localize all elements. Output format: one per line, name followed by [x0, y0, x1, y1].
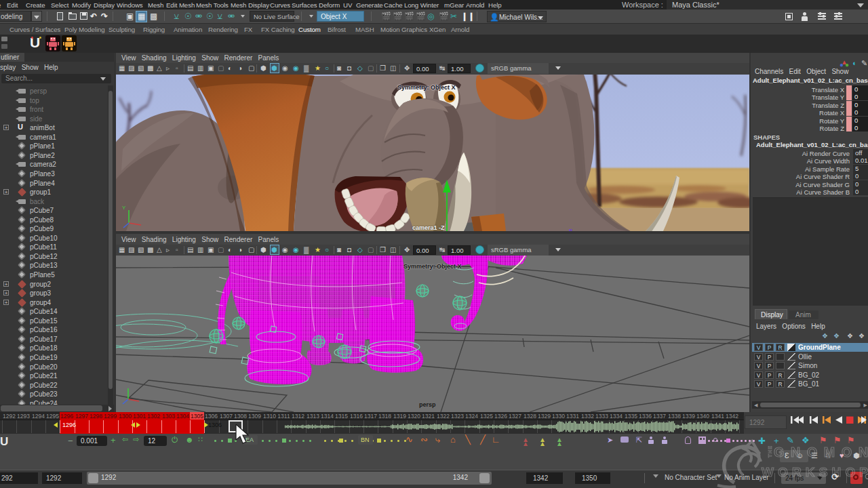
- svg-text:Y: Y: [122, 205, 126, 211]
